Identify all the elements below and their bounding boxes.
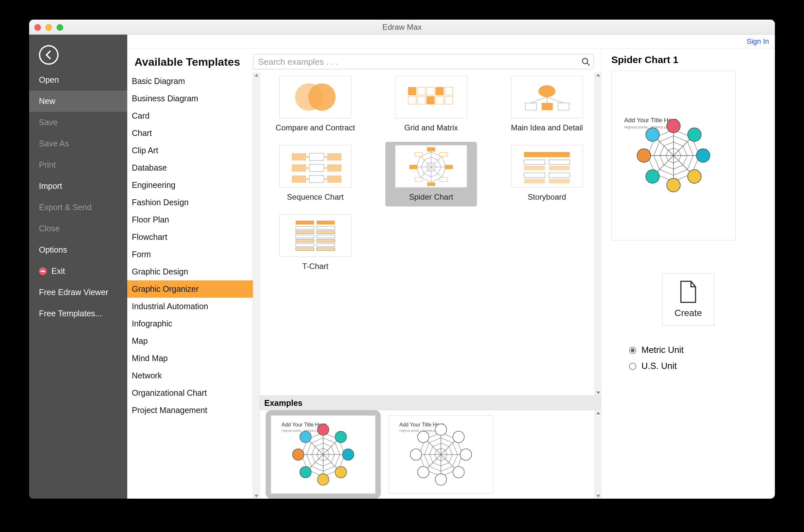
svg-line-19 [547,97,547,103]
category-item[interactable]: Organizational Chart [127,384,253,402]
svg-line-1 [587,63,589,65]
svg-rect-8 [445,87,453,95]
template-card[interactable]: Spider Chart [385,142,477,207]
svg-rect-53 [549,173,570,177]
template-preview: Add Your Title HereHighest points : High… [611,71,736,241]
svg-rect-48 [524,166,545,170]
scroll-up-icon[interactable] [255,74,258,76]
category-item[interactable]: Graphic Organizer [127,280,253,298]
category-item[interactable]: Infographic [127,315,253,332]
svg-rect-26 [327,164,342,172]
template-thumb [279,214,351,257]
search-field[interactable] [253,54,594,69]
minimize-window-icon[interactable] [45,24,52,31]
nav-export-send[interactable]: Export & Send [29,197,127,218]
category-item[interactable]: Map [127,332,253,350]
nav-save-as[interactable]: Save As [29,133,127,154]
nav-print[interactable]: Print [29,154,127,175]
scroll-up-icon[interactable] [596,74,600,76]
category-item[interactable]: Graphic Design [127,263,253,280]
svg-rect-41 [415,177,423,182]
svg-point-119 [637,149,651,162]
unit-metric-label: Metric Unit [641,345,683,355]
category-item[interactable]: Chart [127,125,253,142]
category-item[interactable]: Card [127,107,253,125]
nav-exit[interactable]: Exit [29,261,127,282]
svg-point-83 [292,449,304,460]
template-card[interactable]: Grid and Matrix [385,73,477,137]
category-item[interactable]: Mind Map [127,350,253,367]
close-window-icon[interactable] [34,24,41,31]
template-thumb [279,145,351,188]
svg-point-116 [688,170,701,183]
svg-point-99 [435,474,447,485]
search-input[interactable] [258,57,581,67]
template-label: Main Idea and Detail [511,123,583,133]
svg-rect-45 [440,153,447,156]
category-item[interactable]: Network [127,367,253,384]
nav-open[interactable]: Open [29,69,127,91]
example-card[interactable]: Add Your Title HereHighest points : High… [271,415,376,494]
category-item[interactable]: Database [127,159,253,176]
template-card[interactable]: Compare and Contract [270,73,361,137]
template-thumb [395,76,467,118]
category-item[interactable]: Floor Plan [127,211,253,228]
nav-free-templates-[interactable]: Free Templates... [29,303,127,324]
template-scrollbar[interactable] [595,73,601,395]
scroll-down-icon[interactable] [255,495,258,497]
svg-rect-29 [327,175,342,183]
category-item[interactable]: Industrial Automation [127,298,253,315]
create-button[interactable]: Create [662,273,714,325]
category-item[interactable]: Basic Diagram [127,73,253,90]
nav-save[interactable]: Save [29,112,127,133]
category-item[interactable]: Flowchart [127,228,253,246]
svg-line-20 [547,97,564,103]
template-thumb [279,76,351,118]
category-item[interactable]: Fashion Design [127,194,253,211]
nav-label: Free Edraw Viewer [39,288,108,297]
category-item[interactable]: Project Management [127,402,253,419]
category-item[interactable]: Business Diagram [127,90,253,107]
svg-rect-42 [409,165,417,169]
template-card[interactable]: Storyboard [501,142,593,207]
search-icon[interactable] [581,57,590,66]
svg-point-98 [453,466,464,478]
nav-import[interactable]: Import [29,175,127,197]
back-button[interactable] [39,45,58,65]
category-item[interactable]: Clip Art [127,142,253,159]
svg-rect-24 [292,164,306,172]
nav-new[interactable]: New [29,91,127,112]
sign-in-link[interactable]: Sign In [747,37,769,46]
template-label: Grid and Matrix [404,123,458,133]
category-item[interactable]: Form [127,246,253,263]
svg-point-120 [646,128,659,141]
template-thumb [511,76,583,118]
info-panel: Spider Chart 1 Add Your Title HereHighes… [602,49,775,499]
scroll-down-icon[interactable] [596,495,600,497]
scroll-up-icon[interactable] [596,412,600,414]
unit-us-radio[interactable]: U.S. Unit [629,361,765,371]
unit-metric-radio[interactable]: Metric Unit [629,345,765,355]
template-card[interactable]: T-Chart [270,211,361,276]
zoom-window-icon[interactable] [57,24,63,31]
example-card[interactable]: Add Your Title HereHighest points : High… [389,415,493,494]
svg-point-80 [335,466,346,478]
template-card[interactable]: Main Idea and Detail [501,73,593,137]
nav-label: Export & Send [39,203,92,212]
svg-rect-63 [296,239,314,242]
nav-options[interactable]: Options [29,239,127,261]
scroll-down-icon[interactable] [596,392,600,394]
nav-close[interactable]: Close [29,218,127,239]
svg-rect-6 [426,87,434,95]
template-card[interactable]: Sequence Chart [270,142,361,207]
nav-free-edraw-viewer[interactable]: Free Edraw Viewer [29,282,127,303]
nav-label: Save As [39,139,69,148]
svg-point-85 [317,424,329,435]
examples-header: Examples [260,395,601,411]
category-item[interactable]: Engineering [127,176,253,194]
svg-rect-22 [309,153,324,160]
examples-scrollbar[interactable] [595,411,601,499]
category-scrollbar[interactable] [253,73,259,499]
svg-line-94 [425,439,441,455]
svg-line-114 [674,137,692,155]
